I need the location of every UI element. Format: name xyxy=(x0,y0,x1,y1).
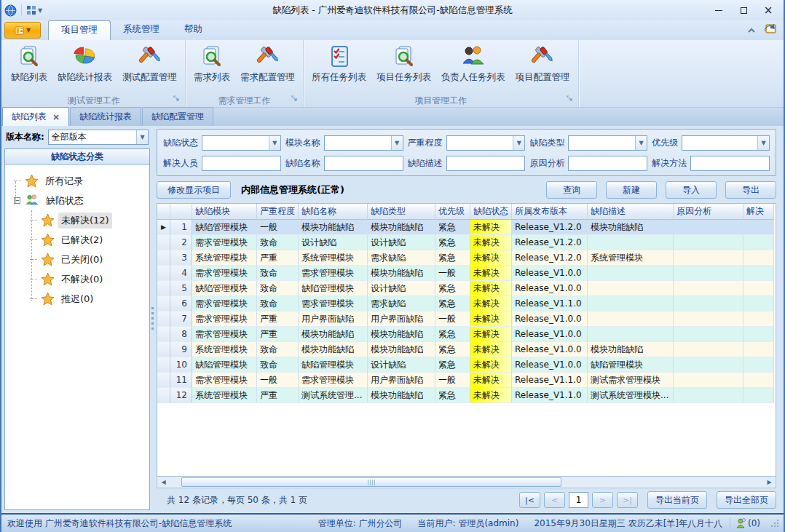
filter-label-defect-desc: 缺陷描述 xyxy=(408,157,443,170)
star-icon xyxy=(41,292,55,306)
filter-input-defect-desc[interactable] xyxy=(446,156,526,171)
ribbon-button-owner-task-list[interactable]: 负责人任务列表 xyxy=(436,41,510,85)
filter-select-defect-type[interactable]: ▼ xyxy=(568,135,647,151)
cell-defect-type: 模块功能缺陷 xyxy=(368,388,435,403)
dialog-launcher-icon[interactable] xyxy=(173,95,181,105)
collapse-ribbon-icon[interactable] xyxy=(746,26,757,36)
dialog-launcher-icon[interactable] xyxy=(567,95,574,105)
export-all-pages-button[interactable]: 导出全部页 xyxy=(717,491,776,509)
table-row[interactable]: 2需求管理模块致命设计缺陷设计缺陷紧急未解决Release_V1.2.0 xyxy=(157,235,776,250)
filter-input-resolver[interactable] xyxy=(202,156,281,171)
filter-label-module-name: 模块名称 xyxy=(285,137,320,149)
export-button[interactable]: 导出 xyxy=(725,181,776,199)
filter-field-severity: 严重程度▼ xyxy=(408,135,526,151)
about-icon[interactable] xyxy=(764,24,776,38)
ribbon-button-test-config-mgmt[interactable]: 测试配置管理 xyxy=(117,41,182,85)
table-row[interactable]: 8需求管理模块严重模块功能缺陷模块功能缺陷紧急未解决Release_V1.0.0 xyxy=(157,327,776,342)
table-row[interactable]: 4需求管理模块致命需求管理模块模块功能缺陷一般未解决Release_V1.0.0 xyxy=(157,266,776,281)
column-header-defect-name[interactable]: 缺陷名称 xyxy=(299,204,368,220)
ribbon-tab-help[interactable]: 帮助 xyxy=(172,20,215,40)
next-page-button[interactable]: > xyxy=(592,492,613,508)
last-page-button[interactable]: >| xyxy=(617,492,638,508)
create-button[interactable]: 新建 xyxy=(606,181,657,199)
modify-columns-button[interactable]: 修改显示项目 xyxy=(157,181,231,199)
ribbon-button-requirement-list[interactable]: 需求列表 xyxy=(189,41,235,85)
ribbon-tab-system-mgmt[interactable]: 系统管理 xyxy=(111,20,172,40)
filter-select-priority[interactable]: ▼ xyxy=(682,135,770,151)
column-header-defect-type[interactable]: 缺陷类型 xyxy=(368,204,435,220)
column-header-row-indicator[interactable] xyxy=(157,204,170,220)
tree-item-all-records[interactable]: 所有记录 xyxy=(8,171,146,191)
tree-item-defect-status[interactable]: −缺陷状态 xyxy=(8,191,146,210)
tree-item-closed[interactable]: 已关闭(0) xyxy=(8,250,146,269)
table-row[interactable]: ▶1缺陷管理模块一般模块功能缺陷模块功能缺陷紧急未解决Release_V1.2.… xyxy=(157,220,776,235)
maximize-button[interactable] xyxy=(731,2,756,18)
column-header-priority[interactable]: 优先级 xyxy=(435,204,470,220)
row-indicator xyxy=(157,250,170,266)
cell-priority: 紧急 xyxy=(435,220,470,235)
ribbon-button-project-task-list[interactable]: 项目任务列表 xyxy=(371,41,436,85)
scrollbar-thumb[interactable] xyxy=(181,477,561,487)
star-icon xyxy=(25,174,39,188)
tree-item-resolved[interactable]: 已解决(2) xyxy=(8,230,146,250)
table-row[interactable]: 7需求管理模块严重用户界面缺陷用户界面缺陷一般未解决Release_V1.0.0 xyxy=(157,311,776,327)
tree-item-wont-fix[interactable]: 不解决(0) xyxy=(8,269,146,289)
close-tab-icon[interactable]: × xyxy=(52,112,60,122)
column-header-description[interactable]: 缺陷描述 xyxy=(588,204,674,220)
quick-access-toolbar-icon[interactable] xyxy=(26,5,36,15)
filter-select-severity[interactable]: ▼ xyxy=(446,135,526,151)
table-row[interactable]: 11需求管理模块一般需求管理模块用户界面缺陷一般未解决Release_V1.1.… xyxy=(157,373,776,388)
horizontal-scrollbar[interactable]: ◀ ▶ xyxy=(157,476,776,488)
application-menu-button[interactable]: ▼ xyxy=(4,22,41,39)
scroll-left-icon[interactable]: ◀ xyxy=(157,479,170,485)
column-header-severity[interactable]: 严重程度 xyxy=(257,204,299,220)
quick-access-dropdown-icon[interactable]: ▼ xyxy=(38,7,42,14)
filter-select-module-name[interactable]: ▼ xyxy=(324,135,403,151)
cell-module: 缺陷管理模块 xyxy=(192,281,257,296)
messages-indicator[interactable]: (0) xyxy=(730,518,766,528)
ribbon-button-requirement-config-mgmt[interactable]: 需求配置管理 xyxy=(235,41,300,85)
version-select[interactable]: 全部版本 ▼ xyxy=(48,130,149,145)
table-row[interactable]: 9系统管理模块致命模块功能缺陷模块功能缺陷紧急未解决Release_V1.0.0… xyxy=(157,342,776,357)
ribbon-button-project-config-mgmt[interactable]: 项目配置管理 xyxy=(510,41,575,85)
close-button[interactable]: × xyxy=(756,2,781,18)
table-row[interactable]: 10缺陷管理模块致命缺陷管理模块设计缺陷紧急未解决Release_V1.0.0缺… xyxy=(157,357,776,373)
ribbon-button-defect-list[interactable]: 缺陷列表 xyxy=(6,41,52,85)
table-row[interactable]: 12系统管理模块严重测试系统管理...模块功能缺陷紧急未解决Release_V1… xyxy=(157,388,776,403)
column-header-module[interactable]: 缺陷模块 xyxy=(192,204,257,220)
filter-select-defect-status[interactable]: ▼ xyxy=(202,135,281,151)
row-number: 10 xyxy=(170,357,192,373)
filter-input-solution[interactable] xyxy=(690,156,770,171)
filter-input-defect-name[interactable] xyxy=(324,156,403,171)
first-page-button[interactable]: |< xyxy=(519,492,540,508)
column-header-release[interactable]: 所属发布版本 xyxy=(512,204,588,220)
scrollbar-track[interactable] xyxy=(170,477,763,488)
tree-item-label: 所有记录 xyxy=(42,173,86,189)
sidebar-splitter[interactable] xyxy=(150,126,155,513)
ribbon-button-all-task-list[interactable]: 所有任务列表 xyxy=(307,41,371,85)
doc-tab-defect-list[interactable]: 缺陷列表× xyxy=(2,107,69,126)
scroll-right-icon[interactable]: ▶ xyxy=(763,479,776,485)
tree-item-unresolved[interactable]: 未解决(12) xyxy=(8,210,146,230)
doc-tab-defect-stats-report[interactable]: 缺陷统计报表 xyxy=(70,107,141,126)
table-row[interactable]: 5缺陷管理模块致命缺陷管理模块设计缺陷紧急未解决Release_V1.0.0 xyxy=(157,281,776,296)
ribbon-tab-project-mgmt[interactable]: 项目管理 xyxy=(48,20,111,40)
filter-input-cause-analysis[interactable] xyxy=(568,156,647,171)
resize-grip-icon[interactable] xyxy=(770,519,779,530)
import-button[interactable]: 导入 xyxy=(666,181,717,199)
tree-item-postponed[interactable]: 推迟(0) xyxy=(8,289,146,309)
export-current-page-button[interactable]: 导出当前页 xyxy=(647,491,707,509)
page-number-input[interactable] xyxy=(569,492,588,508)
table-row[interactable]: 3系统管理模块严重系统管理模块需求缺陷紧急未解决Release_V1.2.0系统… xyxy=(157,250,776,266)
ribbon-button-defect-stats-report[interactable]: 缺陷统计报表 xyxy=(52,41,117,85)
doc-tab-defect-config-mgmt[interactable]: 缺陷配置管理 xyxy=(142,107,213,126)
dialog-launcher-icon[interactable] xyxy=(291,95,299,105)
query-button[interactable]: 查询 xyxy=(546,181,597,199)
column-header-status[interactable]: 缺陷状态 xyxy=(470,204,512,220)
column-header-solution[interactable]: 解决 xyxy=(743,204,774,220)
column-header-cause[interactable]: 原因分析 xyxy=(674,204,743,220)
column-header-row-number[interactable] xyxy=(170,204,192,220)
prev-page-button[interactable]: < xyxy=(544,492,565,508)
minimize-button[interactable] xyxy=(706,2,731,18)
table-row[interactable]: 6需求管理模块致命需求管理模块需求缺陷紧急未解决Release_V1.1.0 xyxy=(157,296,776,311)
